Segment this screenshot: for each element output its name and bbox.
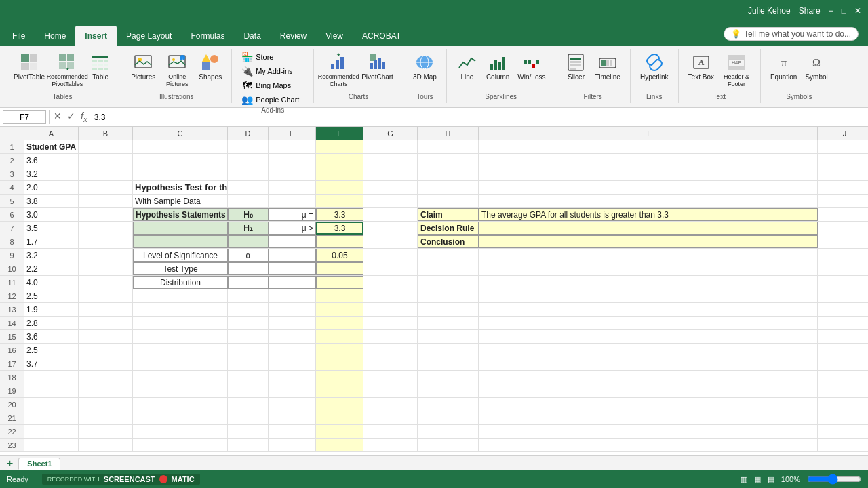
cell-e15[interactable] (269, 330, 316, 343)
cell-c9[interactable]: Level of Significance (133, 249, 228, 262)
tab-formulas[interactable]: Formulas (181, 26, 234, 46)
cell-j5[interactable] (818, 195, 868, 207)
cell-f7[interactable]: 3.3 (316, 222, 363, 235)
hyperlink-button[interactable]: Hyperlink (637, 50, 671, 83)
cell-i21[interactable] (479, 411, 818, 424)
cell-h7[interactable]: Decision Rule (418, 222, 479, 235)
cell-h23[interactable] (418, 439, 479, 451)
cell-f9[interactable]: 0.05 (316, 249, 363, 262)
cell-g5[interactable] (363, 195, 418, 207)
cell-b16[interactable] (79, 344, 133, 357)
cell-b19[interactable] (79, 384, 133, 397)
cell-e20[interactable] (269, 398, 316, 411)
pivottable-button[interactable]: PivotTable (11, 50, 47, 83)
table-button[interactable]: Table (87, 50, 114, 83)
page-break-view-button[interactable]: ▤ (768, 475, 774, 484)
cell-g7[interactable] (363, 222, 418, 235)
cell-f10[interactable] (316, 262, 363, 275)
cell-a23[interactable] (24, 439, 79, 451)
tab-acrobat[interactable]: ACROBAT (353, 26, 410, 46)
cell-c12[interactable] (133, 289, 228, 302)
cell-c13[interactable] (133, 303, 228, 316)
cell-h4[interactable] (418, 181, 479, 194)
cell-g16[interactable] (363, 344, 418, 357)
cell-g11[interactable] (363, 276, 418, 289)
cell-f16[interactable] (316, 344, 363, 357)
col-header-a[interactable]: A (24, 127, 79, 140)
cell-e22[interactable] (269, 425, 316, 438)
cell-e7[interactable]: μ > (269, 222, 316, 235)
cell-b1[interactable] (79, 140, 133, 153)
cell-j21[interactable] (818, 411, 868, 424)
cell-j18[interactable] (818, 371, 868, 384)
cell-g19[interactable] (363, 384, 418, 397)
cell-c22[interactable] (133, 425, 228, 438)
confirm-formula-button[interactable]: ✓ (66, 110, 77, 123)
winloss-sparkline-button[interactable]: Win/Loss (515, 50, 548, 83)
cell-c23[interactable] (133, 439, 228, 451)
cell-j3[interactable] (818, 167, 868, 180)
insert-function-button[interactable]: fx (79, 110, 89, 123)
my-addins-button[interactable]: 🔌 My Add-ins (239, 64, 307, 78)
cell-d20[interactable] (228, 398, 269, 411)
cell-j19[interactable] (818, 384, 868, 397)
cell-c5[interactable]: With Sample Data (133, 195, 228, 207)
col-header-f[interactable]: F (316, 127, 363, 140)
cell-d5[interactable] (228, 195, 269, 207)
cell-b12[interactable] (79, 289, 133, 302)
cell-f23[interactable] (316, 439, 363, 451)
col-header-e[interactable]: E (269, 127, 316, 140)
cell-h12[interactable] (418, 289, 479, 302)
cell-j14[interactable] (818, 317, 868, 329)
cell-b13[interactable] (79, 303, 133, 316)
cell-d9[interactable]: α (228, 249, 269, 262)
cell-i14[interactable] (479, 317, 818, 329)
cell-d22[interactable] (228, 425, 269, 438)
cell-a20[interactable] (24, 398, 79, 411)
cell-c7[interactable] (133, 222, 228, 235)
cell-g2[interactable] (363, 154, 418, 167)
cell-d12[interactable] (228, 289, 269, 302)
cell-b7[interactable] (79, 222, 133, 235)
cell-j1[interactable] (818, 140, 868, 153)
cell-e17[interactable] (269, 357, 316, 370)
cell-d17[interactable] (228, 357, 269, 370)
cell-e3[interactable] (269, 167, 316, 180)
cell-b5[interactable] (79, 195, 133, 207)
cell-i17[interactable] (479, 357, 818, 370)
col-header-j[interactable]: J (818, 127, 868, 140)
cell-g17[interactable] (363, 357, 418, 370)
cell-b14[interactable] (79, 317, 133, 329)
cell-c17[interactable] (133, 357, 228, 370)
cell-i22[interactable] (479, 425, 818, 438)
cell-i20[interactable] (479, 398, 818, 411)
cell-f21[interactable] (316, 411, 363, 424)
cell-b22[interactable] (79, 425, 133, 438)
tab-data[interactable]: Data (234, 26, 270, 46)
cell-j12[interactable] (818, 289, 868, 302)
cell-i15[interactable] (479, 330, 818, 343)
cell-e6[interactable]: μ = (269, 208, 316, 221)
cell-j13[interactable] (818, 303, 868, 316)
cell-g18[interactable] (363, 371, 418, 384)
formula-input[interactable] (92, 113, 865, 122)
sheet-tab-sheet1[interactable]: Sheet1 (18, 458, 60, 470)
cell-a12[interactable]: 2.5 (24, 289, 79, 302)
cell-g3[interactable] (363, 167, 418, 180)
cell-a4[interactable]: 2.0 (24, 181, 79, 194)
cell-h11[interactable] (418, 276, 479, 289)
cell-b9[interactable] (79, 249, 133, 262)
cell-d3[interactable] (228, 167, 269, 180)
cell-f13[interactable] (316, 303, 363, 316)
cell-d6[interactable]: H₀ (228, 208, 269, 221)
cell-h19[interactable] (418, 384, 479, 397)
cell-j6[interactable] (818, 208, 868, 221)
cell-i13[interactable] (479, 303, 818, 316)
cell-f14[interactable] (316, 317, 363, 329)
cell-i7[interactable] (479, 222, 818, 235)
cell-h10[interactable] (418, 262, 479, 275)
cell-b17[interactable] (79, 357, 133, 370)
cell-c21[interactable] (133, 411, 228, 424)
cell-f1[interactable] (316, 140, 363, 153)
cell-i19[interactable] (479, 384, 818, 397)
